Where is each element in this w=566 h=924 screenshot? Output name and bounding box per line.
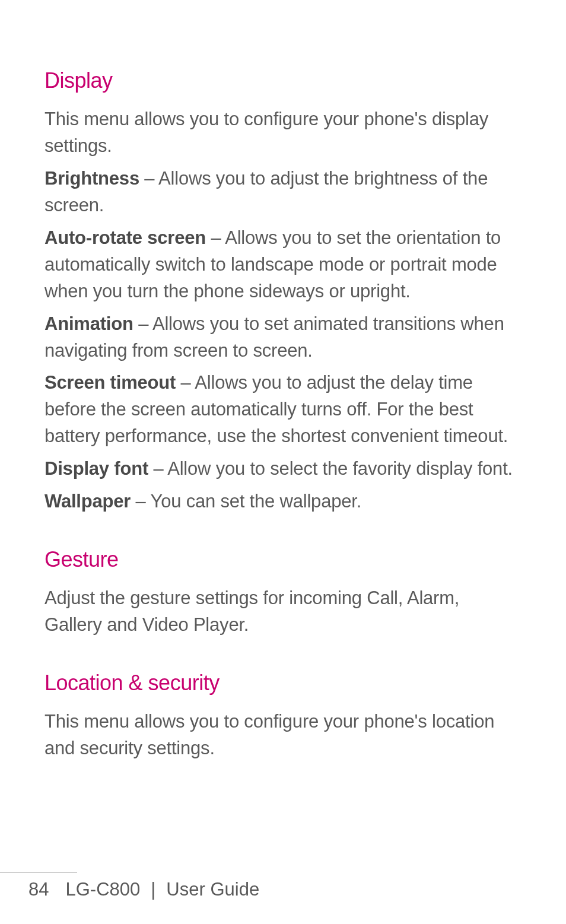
para-animation: Animation – Allows you to set animated t… xyxy=(44,311,522,364)
para-gesture-intro: Adjust the gesture settings for incoming… xyxy=(44,585,522,639)
para-screen-timeout: Screen timeout – Allows you to adjust th… xyxy=(44,370,522,450)
para-auto-rotate: Auto-rotate screen – Allows you to set t… xyxy=(44,225,522,305)
page-footer: 84 LG-C800 | User Guide xyxy=(0,879,566,900)
term-brightness: Brightness xyxy=(44,168,139,189)
term-wallpaper: Wallpaper xyxy=(44,491,131,512)
heading-display: Display xyxy=(44,68,522,93)
term-screen-timeout: Screen timeout xyxy=(44,372,176,393)
footer-separator: | xyxy=(151,879,155,900)
para-brightness: Brightness – Allows you to adjust the br… xyxy=(44,166,522,219)
term-animation: Animation xyxy=(44,313,133,334)
heading-gesture: Gesture xyxy=(44,547,522,572)
para-display-intro: This menu allows you to configure your p… xyxy=(44,106,522,160)
heading-location-security: Location & security xyxy=(44,671,522,696)
page: Display This menu allows you to configur… xyxy=(0,0,566,924)
para-text: – You can set the wallpaper. xyxy=(131,491,361,512)
para-display-font: Display font – Allow you to select the f… xyxy=(44,456,522,482)
para-text: This menu allows you to configure your p… xyxy=(44,711,494,758)
term-auto-rotate: Auto-rotate screen xyxy=(44,227,206,248)
section-location-security: Location & security This menu allows you… xyxy=(44,671,522,762)
footer-model: LG-C800 xyxy=(65,879,140,900)
para-text: This menu allows you to configure your p… xyxy=(44,109,488,156)
para-wallpaper: Wallpaper – You can set the wallpaper. xyxy=(44,488,522,515)
para-text: – Allow you to select the favority displ… xyxy=(148,458,513,479)
footer-rule xyxy=(0,872,77,873)
para-text: Adjust the gesture settings for incoming… xyxy=(44,588,459,635)
para-location-intro: This menu allows you to configure your p… xyxy=(44,709,522,762)
section-gesture: Gesture Adjust the gesture settings for … xyxy=(44,547,522,639)
footer-doc-title: User Guide xyxy=(166,879,259,900)
section-display: Display This menu allows you to configur… xyxy=(44,68,522,515)
page-number: 84 xyxy=(28,879,49,900)
term-display-font: Display font xyxy=(44,458,148,479)
